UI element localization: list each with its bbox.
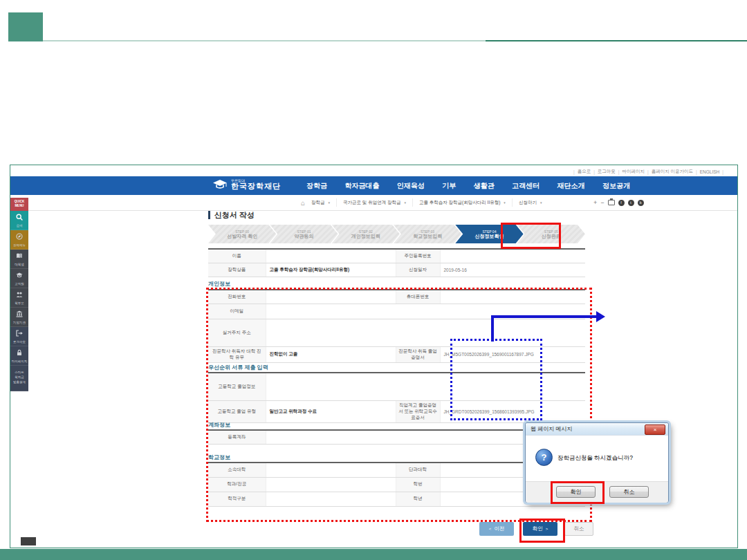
field-label: 소속대학: [208, 463, 266, 477]
quickmenu-item-label: 마이페이지: [12, 360, 28, 364]
breadcrumb-label: 신청하기: [519, 200, 537, 206]
zoom-in-icon[interactable]: +: [593, 200, 597, 206]
field-value: [266, 290, 396, 304]
field-label: 학번: [396, 477, 440, 492]
confirm-arrow-icon: >: [546, 527, 548, 531]
field-label: 고등학교 졸업 유형: [208, 400, 266, 422]
section-title-personal: 개인정보: [208, 280, 230, 288]
step-0[interactable]: STEP 00선발자격 확인: [208, 225, 276, 243]
field-label: 등록계좌: [208, 430, 266, 444]
dialog-footer: 확인 취소: [526, 481, 668, 503]
personal-row: 실거주지 주소: [208, 319, 585, 346]
webpage-message-dialog: 웹 페이지 메시지 × ? 장학금신청을 하시겠습니까? 확인 취소: [525, 422, 669, 503]
gradcap-logo-icon: [212, 179, 228, 190]
separator: |: [618, 169, 620, 174]
prev-button[interactable]: < 이전: [479, 522, 514, 536]
page-title: 신청서 작성: [208, 211, 255, 219]
field-value: 고졸 후학습자 장학금(희망사다리II유형): [266, 263, 396, 277]
quickmenu-item-3[interactable]: 교직원: [10, 269, 28, 288]
facebook-icon[interactable]: f: [618, 200, 625, 206]
quickmenu-item-6[interactable]: 로그아웃: [10, 327, 28, 346]
nav-item-4[interactable]: 생활관: [474, 181, 495, 191]
field-label: 단과대학: [396, 463, 440, 477]
step-label: 신청정보확인: [474, 234, 504, 239]
compass-icon: [16, 230, 23, 243]
breadcrumb-dropdown-2[interactable]: 고졸 후학습자 장학금(희망사다리 II유형)▾: [412, 198, 512, 207]
main-navbar: 푸른등대 한국장학재단 장학금학자금대출인재육성기부생활관고객센터재단소개정보공…: [10, 176, 737, 195]
field-label: 장학상품: [208, 263, 266, 277]
utility-link-2[interactable]: 마이페이지: [622, 169, 645, 175]
chevron-down-icon: ▾: [329, 200, 331, 205]
summary-row: 이름주민등록번호: [208, 249, 585, 263]
confirm-button[interactable]: 확인 >: [523, 522, 557, 536]
nav-item-5[interactable]: 고객센터: [512, 181, 540, 191]
field-value: [266, 373, 585, 400]
personal-row: 전문학사 취득자 대학 진학 유무진학없이 고졸전문학사 취득 졸업증명서JH_…: [208, 346, 585, 362]
kosaf-logo[interactable]: 푸른등대 한국장학재단: [212, 179, 281, 190]
field-value: JH_M5GT0052026399_1569001167897.JPG: [440, 346, 585, 362]
dialog-body: ? 장학금신청을 하시겠습니까?: [526, 436, 668, 481]
page-tools: +−ftb: [593, 195, 644, 210]
nav-item-2[interactable]: 인재육성: [397, 181, 425, 191]
quickmenu-item-0[interactable]: 검색: [10, 211, 28, 230]
dialog-ok-button[interactable]: 확인: [556, 486, 596, 498]
slide-divider-light: [43, 40, 486, 41]
utility-links: |홈으로|로그아웃|마이페이지|홈페이지 이용가이드|ENGLISH|: [571, 169, 726, 175]
section-title-account: 계좌정보: [208, 421, 230, 429]
slide-accent-block: [8, 12, 43, 41]
annotation-arrow-horizontal: [491, 315, 596, 318]
field-label: 학적구분: [208, 492, 266, 506]
nav-item-7[interactable]: 정보공개: [602, 181, 630, 191]
breadcrumb-dropdown-0[interactable]: 장학금▾: [305, 198, 336, 207]
breadcrumb-dropdown-1[interactable]: 국가근로 및 취업연계 장학금▾: [336, 198, 412, 207]
step-2[interactable]: STEP 02개인정보입력: [332, 225, 400, 243]
breadcrumb-label: 국가근로 및 취업연계 장학금: [343, 200, 400, 206]
step-4-active[interactable]: STEP 04신청정보확인: [455, 225, 523, 243]
field-label: 고등학교 졸업정보: [208, 373, 266, 400]
quickmenu-item-1[interactable]: 전체메뉴: [10, 230, 28, 250]
book-icon: [16, 250, 23, 262]
priority-docs-table: 고등학교 졸업정보고등학교 졸업 유형일반고교 위탁과정 수료직업계고 졸업증명…: [208, 372, 585, 423]
lock-icon: [16, 346, 23, 359]
dialog-close-icon[interactable]: ×: [645, 424, 665, 435]
breadcrumb-dropdown-3[interactable]: 신청하기▾: [512, 198, 548, 207]
nav-item-1[interactable]: 학자금대출: [344, 181, 379, 191]
quickmenu-item-5[interactable]: 기업기관: [10, 308, 28, 327]
quickmenu-item-2[interactable]: 대학생: [10, 250, 28, 269]
breadcrumb-bar: ⌂ 장학금▾국가근로 및 취업연계 장학금▾고졸 후학습자 장학금(희망사다리 …: [10, 195, 737, 211]
separator: |: [593, 169, 595, 174]
nav-item-3[interactable]: 기부: [442, 181, 456, 191]
twitter-icon[interactable]: t: [628, 200, 634, 206]
blog-icon[interactable]: b: [638, 200, 644, 206]
nav-item-6[interactable]: 재단소개: [557, 181, 585, 191]
quickmenu-item-label: 스마트 학자금 맞춤설계: [13, 371, 26, 384]
field-value: [266, 249, 396, 263]
utility-link-1[interactable]: 로그아웃: [598, 169, 616, 175]
logout-icon: [16, 327, 23, 339]
step-5[interactable]: STEP 05신청완료: [517, 225, 585, 243]
utility-link-0[interactable]: 홈으로: [578, 169, 591, 175]
nav-item-0[interactable]: 장학금: [306, 181, 327, 191]
field-value: [266, 463, 396, 477]
dialog-cancel-button[interactable]: 취소: [609, 486, 649, 498]
step-3[interactable]: STEP 03학교정보입력: [394, 225, 461, 243]
website-screenshot: |홈으로|로그아웃|마이페이지|홈페이지 이용가이드|ENGLISH| 푸른등대…: [10, 165, 738, 548]
print-icon[interactable]: [608, 200, 615, 205]
step-1[interactable]: STEP 01약관동의: [270, 225, 338, 243]
question-icon: ?: [535, 449, 553, 466]
step-label: 선발자격 확인: [227, 234, 257, 239]
separator: |: [696, 169, 697, 174]
field-value: 2019-05-16: [440, 263, 585, 277]
quickmenu-item-8[interactable]: 스마트 학자금 맞춤설계: [10, 366, 28, 391]
scroll-top-button[interactable]: [21, 537, 36, 545]
priority-row: 고등학교 졸업정보: [208, 373, 585, 400]
field-label: 이름: [208, 249, 266, 263]
quickmenu-item-7[interactable]: 마이페이지: [10, 346, 28, 366]
utility-link-4[interactable]: ENGLISH: [700, 169, 720, 174]
cancel-button[interactable]: 취소: [564, 522, 593, 536]
zoom-out-icon[interactable]: −: [600, 200, 604, 206]
utility-link-3[interactable]: 홈페이지 이용가이드: [652, 169, 693, 175]
separator: |: [573, 169, 575, 174]
section-title-priority: 우선순위 서류 제출 입력: [208, 364, 268, 371]
quickmenu-item-4[interactable]: 학부모: [10, 288, 28, 308]
